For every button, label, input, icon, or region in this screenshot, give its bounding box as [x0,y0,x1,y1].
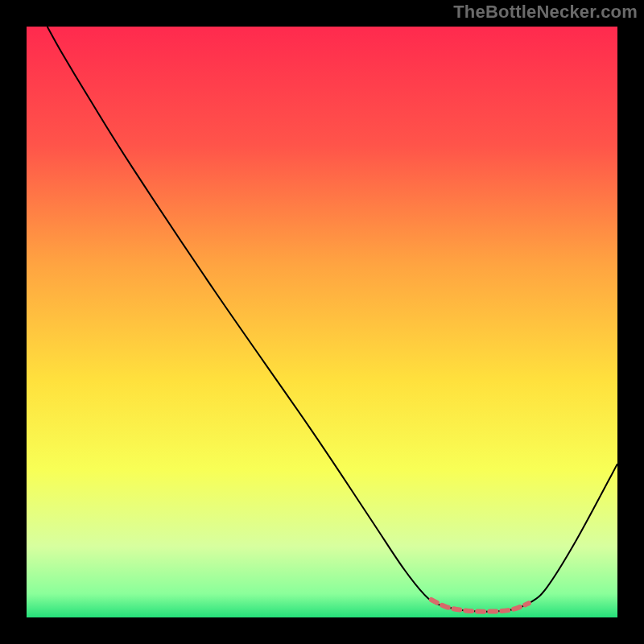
watermark-text: TheBottleNecker.com [453,2,638,23]
gradient-background [27,27,617,617]
chart-svg [27,27,617,617]
plot-area [27,27,617,617]
chart-frame: TheBottleNecker.com [0,0,644,644]
